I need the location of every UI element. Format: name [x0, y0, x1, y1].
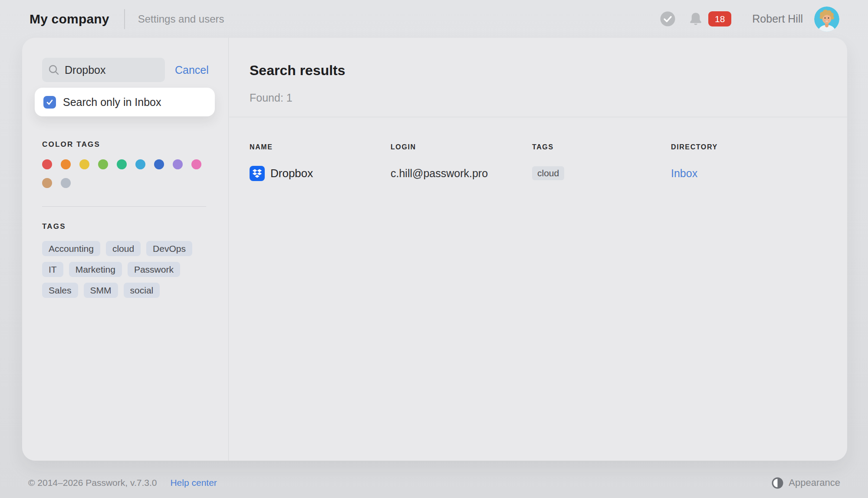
column-header-name: NAME [250, 143, 391, 151]
inbox-checkbox[interactable] [43, 96, 56, 109]
company-title: My company [30, 12, 109, 26]
search-icon [48, 64, 59, 76]
appearance-toggle[interactable]: Appearance [772, 472, 840, 494]
nav-settings-and-users[interactable]: Settings and users [138, 13, 224, 25]
color-tag-dot[interactable] [154, 159, 164, 169]
check-circle-icon[interactable] [660, 11, 675, 26]
found-count: Found: 1 [250, 92, 293, 104]
header-divider [124, 9, 125, 29]
results-area: Search results Found: 1 NAME LOGIN TAGS … [229, 38, 847, 461]
dropbox-icon [250, 166, 265, 181]
color-tag-dot[interactable] [191, 159, 201, 169]
help-center-link[interactable]: Help center [170, 478, 217, 488]
search-box[interactable] [42, 58, 165, 82]
tag-chips: AccountingcloudDevOpsITMarketingPasswork… [42, 241, 209, 298]
tags-title: TAGS [42, 222, 66, 231]
color-tag-dot[interactable] [98, 159, 108, 169]
main-panel: Cancel Search only in Inbox COLOR TAGS T… [22, 38, 847, 461]
result-name: Dropbox [270, 167, 313, 180]
appearance-contrast-icon [772, 477, 783, 489]
result-row-dropbox[interactable]: Dropbox c.hill@passwork.pro cloud Inbox [250, 162, 827, 185]
result-directory-cell: Inbox [671, 167, 827, 180]
color-tag-dot[interactable] [42, 159, 52, 169]
tag-chip[interactable]: DevOps [146, 241, 192, 256]
search-only-inbox-option[interactable]: Search only in Inbox [35, 88, 215, 116]
color-tag-dot[interactable] [117, 159, 127, 169]
tag-chip[interactable]: Accounting [42, 241, 100, 256]
tag-chip[interactable]: Marketing [69, 262, 122, 277]
appearance-label: Appearance [789, 477, 840, 488]
column-header-login: LOGIN [391, 143, 532, 151]
tag-chip[interactable]: Sales [42, 283, 78, 298]
bell-icon[interactable] [688, 11, 703, 27]
page-footer: © 2014–2026 Passwork, v.7.3.0 Help cente… [0, 472, 868, 494]
tag-chip[interactable]: cloud [106, 241, 141, 256]
column-header-tags: TAGS [532, 143, 671, 151]
color-tag-dot[interactable] [61, 159, 71, 169]
results-table-header: NAME LOGIN TAGS DIRECTORY [250, 143, 827, 151]
results-title: Search results [250, 63, 345, 79]
color-tag-dot[interactable] [173, 159, 183, 169]
header-right-group: 18 Robert Hill [660, 0, 868, 38]
color-tag-dot[interactable] [79, 159, 89, 169]
result-directory-link[interactable]: Inbox [671, 167, 697, 179]
color-tag-dot[interactable] [135, 159, 145, 169]
tag-chip[interactable]: social [124, 283, 160, 298]
copyright-text: © 2014–2026 Passwork, v.7.3.0 [28, 478, 157, 488]
result-tag-cloud[interactable]: cloud [532, 166, 564, 180]
search-row: Cancel [42, 58, 214, 82]
search-sidebar: Cancel Search only in Inbox COLOR TAGS T… [22, 38, 229, 461]
tag-chip[interactable]: SMM [84, 283, 118, 298]
result-login: c.hill@passwork.pro [391, 167, 532, 180]
color-tag-dot[interactable] [42, 178, 52, 188]
column-header-directory: DIRECTORY [671, 143, 827, 151]
tag-chip[interactable]: IT [42, 262, 63, 277]
color-tags-title: COLOR TAGS [42, 140, 100, 149]
cancel-search-button[interactable]: Cancel [175, 64, 209, 76]
user-name[interactable]: Robert Hill [752, 13, 803, 25]
user-avatar[interactable] [814, 7, 839, 32]
sidebar-divider [42, 206, 206, 207]
notifications-badge[interactable]: 18 [708, 11, 731, 26]
result-tags-cell: cloud [532, 166, 671, 180]
result-name-cell: Dropbox [250, 166, 391, 181]
color-tag-dot[interactable] [61, 178, 71, 188]
inbox-checkbox-label: Search only in Inbox [63, 96, 161, 109]
tag-chip[interactable]: Passwork [128, 262, 180, 277]
top-header: My company Settings and users 18 Robert … [0, 0, 868, 38]
search-input[interactable] [65, 64, 160, 76]
color-dots [42, 159, 209, 188]
results-divider [229, 117, 847, 117]
